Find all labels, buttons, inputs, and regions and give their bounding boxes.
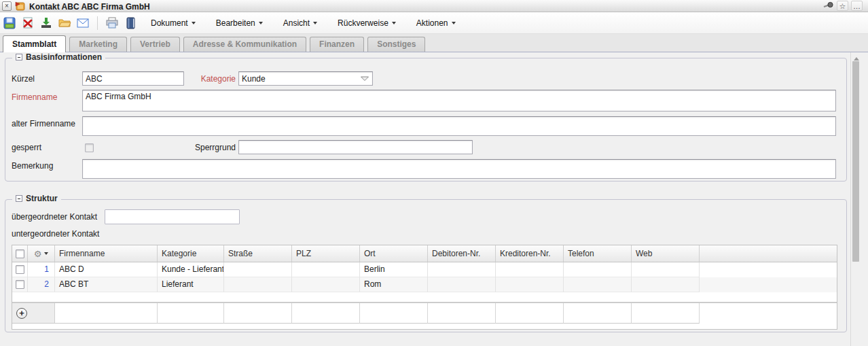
import-icon[interactable] [39,16,53,30]
menu-rückverweise[interactable]: Rückverweise [338,18,396,28]
row-number-cell: 1 [28,262,55,277]
kategorie-label: Kategorie [181,74,236,84]
kuerzel-label: Kürzel [12,74,35,84]
gesperrt-checkbox[interactable] [85,143,94,152]
alter-firmenname-label: alter Firmenname [12,119,75,128]
uebergeordneter-kontakt-input[interactable] [105,209,240,224]
row-number-link[interactable]: 2 [32,277,54,292]
menu-label: Bearbeiten [216,18,255,28]
legend-label: Struktur [26,194,58,203]
firmenname-input[interactable]: ABC Firma GmbH [82,90,836,111]
application-window: × Kontakt ABC ABC Firma GmbH ☆ … Dokumen… [0,0,868,346]
tab-vertrieb[interactable]: Vertrieb [130,37,180,52]
cell-firmenname: ABC D [55,262,158,277]
header-cell-web[interactable]: Web [632,245,700,262]
more-options-icon[interactable]: … [851,1,863,11]
table-row: 2ABC BTLieferantRom [12,277,837,292]
cell-plz [292,277,360,292]
header-cell-kategorie[interactable]: Kategorie [158,245,224,262]
gear-icon[interactable]: ⚙ [34,249,42,258]
header-cell-kreditoren-nr[interactable]: Kreditoren-Nr. [496,245,564,262]
sperrgrund-label: Sperrgrund [168,143,236,152]
new-row-cell-straße[interactable] [224,303,292,324]
cell-web [632,262,700,277]
header-cell-straße[interactable]: Straße [224,245,292,262]
kategorie-select[interactable]: Kunde [238,71,373,86]
menu-aktionen[interactable]: Aktionen [416,18,456,28]
table-header-row: ⚙FirmennameKategorieStraßePLZOrtDebitore… [12,245,837,262]
vertical-scrollbar[interactable] [850,52,861,346]
chevron-down-icon [360,74,369,84]
header-cell-debitoren-nr[interactable]: Debitoren-Nr. [428,245,496,262]
chevron-down-icon [44,252,48,255]
menu-label: Dokument [151,18,188,28]
uebergeordneter-kontakt-label: übergeordneter Kontakt [12,212,97,222]
tab-marketing[interactable]: Marketing [69,37,127,52]
new-row-cell-kategorie[interactable] [158,303,224,324]
folder-icon[interactable] [58,16,71,30]
scroll-up-icon[interactable] [854,57,859,60]
tab-adresse-kommunikation[interactable]: Adresse & Kommunikation [183,37,306,52]
menu-label: Aktionen [416,18,448,28]
pin-icon[interactable] [822,1,835,11]
mail-icon[interactable] [76,16,90,30]
scrollbar-thumb[interactable] [852,61,859,262]
cell-telefon [564,277,632,292]
new-row-cell-ort[interactable] [360,303,428,324]
cell-straße [224,262,292,277]
row-checkbox[interactable] [16,280,24,289]
chevron-down-icon [313,22,317,24]
header-cell-plz[interactable]: PLZ [292,245,360,262]
alter-firmenname-input[interactable] [82,116,836,136]
tab-stammblatt[interactable]: Stammblatt [3,35,66,52]
cell-kategorie: Lieferant [158,277,224,292]
header-cell-firmenname[interactable]: Firmenname [55,245,158,262]
toolbar: DokumentBearbeitenAnsichtRückverweiseAkt… [0,12,868,34]
cell-firmenname: ABC BT [55,277,158,292]
tab-sonstiges[interactable]: Sonstiges [367,37,425,52]
sperrgrund-input[interactable] [238,140,473,154]
chevron-down-icon [392,22,396,24]
new-row-cell-debitoren-nr[interactable] [428,303,496,324]
new-row-cell-firmenname[interactable] [55,303,158,324]
header-cell-ort[interactable]: Ort [360,245,428,262]
add-row-button[interactable]: + [16,308,27,319]
row-checkbox[interactable] [16,265,24,274]
row-number-link[interactable]: 1 [32,262,54,277]
menu-bearbeiten[interactable]: Bearbeiten [216,18,263,28]
column-settings-cell: ⚙ [28,245,55,262]
row-checkbox-cell [12,262,28,277]
print-icon[interactable] [105,16,119,30]
cell-kreditoren-nr [496,277,564,292]
collapse-icon[interactable] [16,54,22,60]
menu-ansicht[interactable]: Ansicht [283,18,317,28]
new-row-cell-plz[interactable] [292,303,360,324]
header-cell-telefon[interactable]: Telefon [564,245,632,262]
delete-icon[interactable] [21,16,35,30]
save-icon[interactable] [3,16,16,30]
header-cell-trailing [700,245,837,262]
cell-kreditoren-nr [496,262,564,277]
new-row-cell-telefon[interactable] [564,303,632,324]
toolbar-icons [3,16,137,30]
bemerkung-input[interactable] [82,159,836,179]
contact-app-icon [15,1,25,11]
menu-dokument[interactable]: Dokument [151,18,196,28]
kuerzel-input[interactable] [82,71,184,86]
collapse-icon[interactable] [16,195,22,202]
cell-debitoren-nr [428,262,496,277]
select-all-checkbox[interactable] [16,249,24,258]
tab-finanzen[interactable]: Finanzen [310,37,364,52]
chevron-down-icon [259,22,263,24]
close-icon[interactable]: × [2,1,12,11]
cell-trailing [700,277,837,292]
notebook-icon[interactable] [124,16,137,30]
menu-label: Ansicht [283,18,310,28]
row-checkbox-cell [12,277,28,292]
new-row-cell-web[interactable] [632,303,700,324]
new-row-cell-kreditoren-nr[interactable] [496,303,564,324]
star-icon[interactable]: ☆ [837,1,848,11]
bemerkung-label: Bemerkung [12,161,53,171]
menu-bar: DokumentBearbeitenAnsichtRückverweiseAkt… [151,18,456,28]
row-number-cell: 2 [28,277,55,292]
